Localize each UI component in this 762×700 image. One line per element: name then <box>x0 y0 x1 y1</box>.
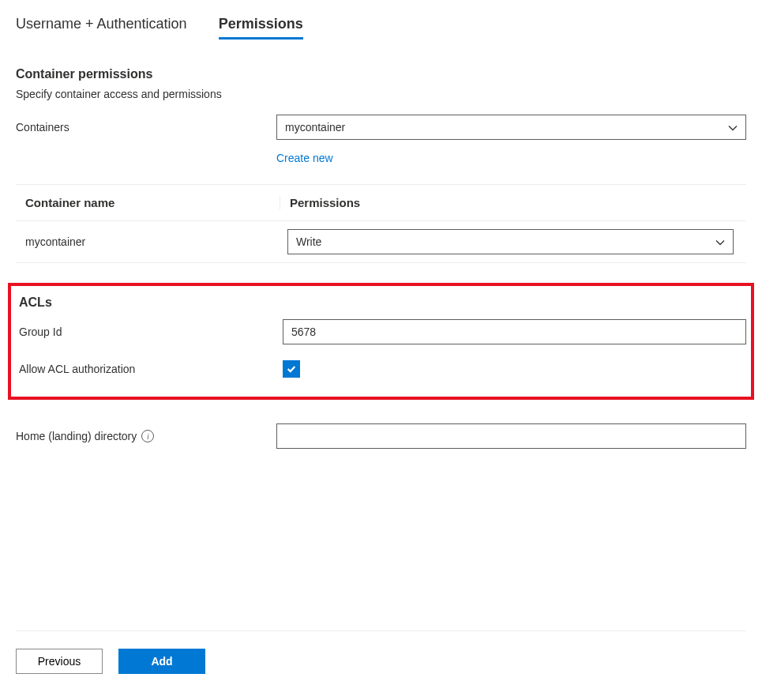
container-permissions-section: Container permissions Specify container … <box>16 67 746 164</box>
chevron-down-icon <box>728 122 738 134</box>
tabs: Username + Authentication Permissions <box>16 16 746 40</box>
group-id-label: Group Id <box>19 326 283 338</box>
allow-acl-label: Allow ACL authorization <box>19 363 283 375</box>
create-new-link[interactable]: Create new <box>276 152 333 164</box>
table-row: mycontainer Write <box>16 220 746 262</box>
info-icon[interactable]: i <box>141 430 154 442</box>
tab-username-auth[interactable]: Username + Authentication <box>16 16 187 40</box>
previous-button[interactable]: Previous <box>16 649 103 674</box>
home-directory-input[interactable] <box>276 423 746 449</box>
allow-acl-checkbox[interactable] <box>283 360 300 378</box>
containers-select[interactable]: mycontainer <box>276 115 746 140</box>
home-directory-row: Home (landing) directory i <box>16 423 746 449</box>
row-permission-select[interactable]: Write <box>287 229 734 254</box>
row-permission-value: Write <box>296 235 321 248</box>
acls-title: ACLs <box>16 295 746 310</box>
check-icon <box>286 363 297 374</box>
group-id-input[interactable] <box>283 319 746 344</box>
container-perm-subtitle: Specify container access and permissions <box>16 88 746 100</box>
chevron-down-icon <box>715 236 725 248</box>
containers-select-value: mycontainer <box>285 121 345 134</box>
col-permissions: Permissions <box>280 196 360 209</box>
permissions-table: Container name Permissions mycontainer W… <box>16 184 746 263</box>
footer-actions: Previous Add <box>16 630 746 674</box>
acls-section: ACLs Group Id Allow ACL authorization <box>8 283 754 400</box>
container-perm-title: Container permissions <box>16 67 746 81</box>
row-container-name: mycontainer <box>25 235 287 248</box>
col-container-name: Container name <box>25 196 280 209</box>
containers-label: Containers <box>16 121 276 134</box>
add-button[interactable]: Add <box>118 649 205 674</box>
tab-permissions[interactable]: Permissions <box>219 16 303 40</box>
table-header: Container name Permissions <box>16 185 746 220</box>
home-directory-label: Home (landing) directory i <box>16 430 276 442</box>
